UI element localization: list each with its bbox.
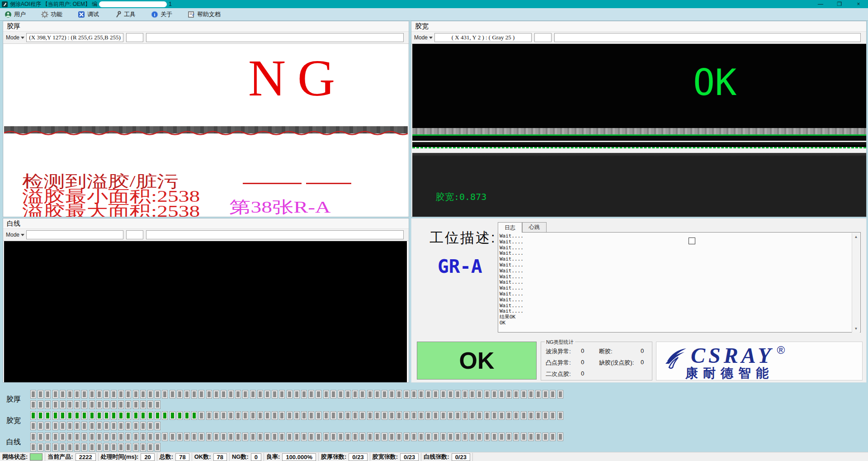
strip-cell xyxy=(67,432,73,441)
strip-label: 白线 xyxy=(6,437,21,447)
strip-cell xyxy=(352,432,358,441)
mode-dropdown[interactable]: Mode xyxy=(6,232,24,238)
strip-cell xyxy=(228,432,234,441)
strip-cell xyxy=(133,422,139,430)
strip-cell xyxy=(74,400,80,409)
scroll-up-icon[interactable]: ▲ xyxy=(852,233,860,241)
strip-cell xyxy=(433,390,439,399)
chevron-down-icon xyxy=(21,234,24,236)
strip-cell xyxy=(67,390,73,399)
strip-row xyxy=(30,422,160,430)
baixian-image-view[interactable] xyxy=(4,241,407,382)
strip-group-jiaohou: 胶厚 xyxy=(0,390,868,409)
tab-heartbeat[interactable]: 心跳 xyxy=(522,222,547,232)
strip-cell xyxy=(213,432,219,441)
strip-cell xyxy=(374,390,380,399)
strip-cell xyxy=(177,390,183,399)
strip-cell xyxy=(425,390,431,399)
strip-cell xyxy=(198,432,204,441)
log-checkbox[interactable] xyxy=(689,238,695,244)
menu-item-help[interactable]: 帮助文档 xyxy=(188,10,221,19)
log-line: Wait.... xyxy=(500,297,524,303)
status-quadrant: 工位描述: GR-A 日志 心跳 Wait....Wait....Wait...… xyxy=(411,218,867,383)
minimize-button[interactable]: — xyxy=(811,0,830,8)
panel-baixian-title: 白线 xyxy=(7,219,20,228)
strip-cell xyxy=(162,432,168,441)
strip-cell xyxy=(67,400,73,409)
jiaokuan-image-view[interactable]: OK 胶宽:0.873 xyxy=(412,44,866,217)
strip-cell xyxy=(491,390,497,399)
strip-cell xyxy=(125,422,131,430)
strip-cell xyxy=(74,390,80,399)
overall-result-button[interactable]: OK xyxy=(417,342,537,380)
strip-cell xyxy=(440,411,446,420)
strip-cell xyxy=(140,400,146,409)
window-title-suffix: 1 xyxy=(169,1,172,7)
strip-cell xyxy=(301,432,307,441)
strip-cell xyxy=(250,390,256,399)
strip-cell xyxy=(345,432,351,441)
strip-cell xyxy=(111,400,117,409)
strip-cell xyxy=(155,432,160,441)
strip-cell xyxy=(125,400,131,409)
strip-cell xyxy=(89,432,95,441)
close-button[interactable]: × xyxy=(849,0,868,8)
scroll-down-icon[interactable]: ▼ xyxy=(852,325,860,333)
status-ok-count: OK数:78 xyxy=(192,453,230,461)
strip-cell xyxy=(264,390,270,399)
strip-cell xyxy=(111,390,117,399)
strip-cell xyxy=(469,432,475,441)
strip-cell xyxy=(440,432,446,441)
log-scrollbar[interactable]: ▲ ▼ xyxy=(852,233,860,333)
strip-cell xyxy=(147,422,153,430)
strip-cell xyxy=(155,443,160,451)
menu-item-about[interactable]: i 关于 xyxy=(151,10,172,19)
menu-bar: 用户 功能 调试 工具 i 关于 帮助文档 xyxy=(0,8,868,21)
mode-dropdown[interactable]: Mode xyxy=(414,34,433,41)
menu-item-user[interactable]: 用户 xyxy=(5,10,26,19)
station-label: 工位描述: xyxy=(429,228,496,247)
strip-cell xyxy=(140,422,146,430)
strip-cell xyxy=(38,422,43,430)
strip-cell xyxy=(389,411,395,420)
strip-cell xyxy=(170,432,175,441)
strip-cell xyxy=(279,390,285,399)
strip-cell xyxy=(338,390,344,399)
tab-log[interactable]: 日志 xyxy=(498,222,522,233)
mode-dropdown[interactable]: Mode xyxy=(6,34,24,41)
strip-cell xyxy=(484,432,490,441)
strip-cell xyxy=(345,411,351,420)
strip-cell xyxy=(389,432,395,441)
strip-cell xyxy=(433,432,439,441)
strip-cell xyxy=(294,390,300,399)
strip-cell xyxy=(272,411,278,420)
strip-cell xyxy=(499,432,505,441)
log-output[interactable]: Wait....Wait....Wait....Wait....Wait....… xyxy=(498,232,861,333)
strip-cell xyxy=(396,411,402,420)
status-product: 当前产品:2222 xyxy=(45,453,98,461)
strip-cell xyxy=(462,411,468,420)
strip-cell xyxy=(374,432,380,441)
strip-cell xyxy=(308,390,314,399)
strip-cell xyxy=(60,390,66,399)
menu-item-debug[interactable]: 调试 xyxy=(78,10,99,19)
strip-cell xyxy=(74,432,80,441)
maximize-button[interactable]: ❐ xyxy=(830,0,849,8)
result-text-ng: NG xyxy=(248,52,347,104)
toolbar-box-small xyxy=(534,33,552,42)
jiaohou-image-view[interactable]: NG 检测到溢胶/脏污 溢胶最小面积:2538 溢胶最大面积:2538 第38张… xyxy=(4,44,408,217)
ng-stat-value: 0 xyxy=(581,359,599,367)
menu-item-function[interactable]: 功能 xyxy=(41,10,62,19)
log-line: Wait.... xyxy=(500,291,524,297)
toolbar-box-small xyxy=(126,230,143,239)
strip-cell xyxy=(316,390,321,399)
strip-cell xyxy=(287,411,292,420)
strip-cell xyxy=(147,390,153,399)
strip-cell xyxy=(155,400,160,409)
strip-cell xyxy=(528,411,534,420)
menu-item-tools[interactable]: 工具 xyxy=(114,10,136,19)
ng-stat-label: 波浪异常: xyxy=(546,347,581,356)
strip-cell xyxy=(330,390,336,399)
strip-cell xyxy=(38,390,43,399)
strip-cell xyxy=(111,422,117,430)
